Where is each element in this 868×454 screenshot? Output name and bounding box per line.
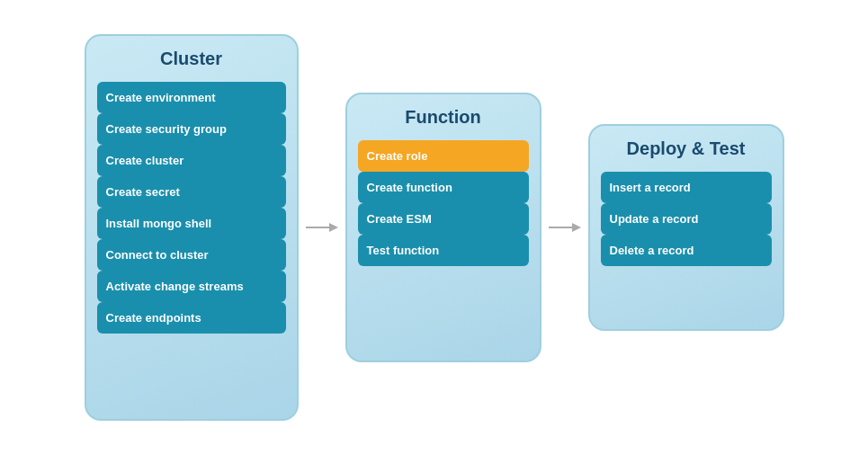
arrow-2 [541,218,588,236]
deploy-item-1[interactable]: Update a record [601,203,772,235]
deploy-items: Insert a recordUpdate a recordDelete a r… [601,172,772,266]
function-items: Create roleCreate functionCreate ESMTest… [358,140,529,266]
function-item-0[interactable]: Create role [358,140,529,172]
cluster-item-6[interactable]: Activate change streams [97,271,286,302]
deploy-panel: Deploy & Test Insert a recordUpdate a re… [588,124,784,331]
cluster-item-4[interactable]: Install mongo shell [97,208,286,239]
function-title: Function [358,107,529,128]
function-item-3[interactable]: Test function [358,235,529,266]
cluster-item-2[interactable]: Create cluster [97,145,286,176]
cluster-item-1[interactable]: Create security group [97,113,286,145]
cluster-item-5[interactable]: Connect to cluster [97,239,286,271]
cluster-item-0[interactable]: Create environment [97,82,286,113]
diagram: Cluster Create environmentCreate securit… [0,0,868,454]
deploy-title: Deploy & Test [601,138,772,159]
function-item-1[interactable]: Create function [358,172,529,203]
svg-marker-3 [572,223,581,232]
arrow-1 [299,218,345,236]
deploy-item-2[interactable]: Delete a record [601,235,772,266]
function-panel: Function Create roleCreate functionCreat… [345,93,541,362]
cluster-item-7[interactable]: Create endpoints [97,302,286,334]
arrow-right-icon-2 [549,218,581,236]
deploy-item-0[interactable]: Insert a record [601,172,772,203]
function-item-2[interactable]: Create ESM [358,203,529,235]
cluster-title: Cluster [97,49,286,69]
cluster-items: Create environmentCreate security groupC… [97,82,286,334]
arrow-right-icon [306,218,338,236]
cluster-item-3[interactable]: Create secret [97,176,286,208]
cluster-panel: Cluster Create environmentCreate securit… [85,34,299,421]
svg-marker-1 [329,223,338,232]
